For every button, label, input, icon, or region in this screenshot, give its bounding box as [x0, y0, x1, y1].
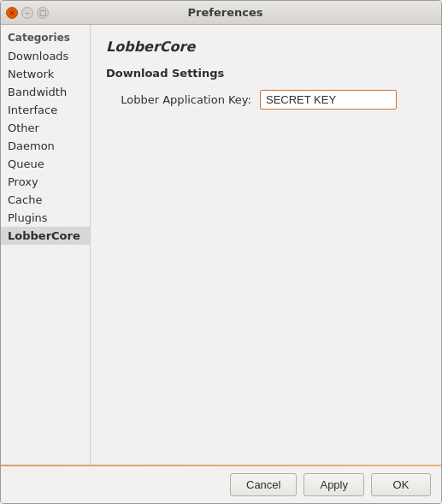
- sidebar-item-downloads[interactable]: Downloads: [1, 47, 90, 65]
- app-key-row: Lobber Application Key:: [106, 90, 426, 110]
- sidebar-item-plugins[interactable]: Plugins: [1, 209, 90, 227]
- section-title: Download Settings: [106, 67, 426, 80]
- sidebar: Categories Downloads Network Bandwidth I…: [1, 25, 91, 465]
- close-button[interactable]: ×: [6, 7, 18, 19]
- sidebar-section-label: Categories: [1, 30, 90, 47]
- ok-button[interactable]: OK: [371, 473, 431, 496]
- maximize-button[interactable]: □: [37, 7, 49, 19]
- sidebar-item-queue[interactable]: Queue: [1, 155, 90, 173]
- main-panel: LobberCore Download Settings Lobber Appl…: [91, 25, 441, 465]
- minimize-button[interactable]: –: [21, 7, 33, 19]
- title-bar: × – □ Preferences: [1, 1, 441, 25]
- sidebar-item-network[interactable]: Network: [1, 65, 90, 83]
- sidebar-item-other[interactable]: Other: [1, 119, 90, 137]
- apply-button[interactable]: Apply: [304, 473, 364, 496]
- sidebar-item-cache[interactable]: Cache: [1, 191, 90, 209]
- window-title: Preferences: [49, 6, 402, 19]
- sidebar-item-interface[interactable]: Interface: [1, 101, 90, 119]
- preferences-window: × – □ Preferences Categories Downloads N…: [0, 0, 442, 504]
- sidebar-item-bandwidth[interactable]: Bandwidth: [1, 83, 90, 101]
- sidebar-item-daemon[interactable]: Daemon: [1, 137, 90, 155]
- window-controls: × – □: [6, 7, 49, 19]
- app-key-label: Lobber Application Key:: [106, 93, 260, 106]
- cancel-button[interactable]: Cancel: [230, 473, 297, 496]
- button-bar: Cancel Apply OK: [1, 466, 441, 503]
- sidebar-item-lobbercore[interactable]: LobberCore: [1, 227, 90, 245]
- sidebar-item-proxy[interactable]: Proxy: [1, 173, 90, 191]
- panel-title: LobberCore: [106, 39, 426, 55]
- content-area: Categories Downloads Network Bandwidth I…: [1, 25, 441, 465]
- app-key-input[interactable]: [260, 90, 397, 110]
